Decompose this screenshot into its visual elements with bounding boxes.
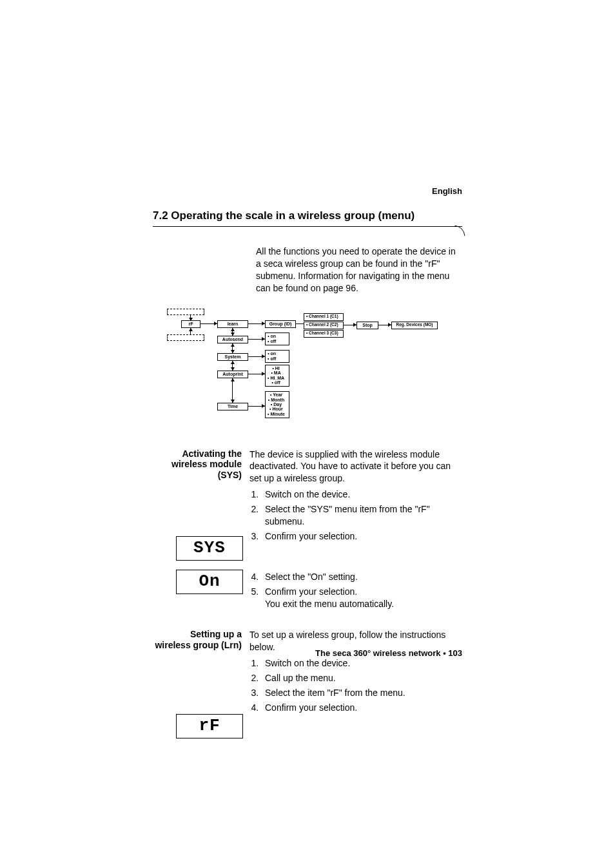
node-system: System [217, 353, 248, 361]
node-stop: Stop [356, 322, 378, 329]
menu-diagram: rF learn Autosend System Autoprint Time … [167, 310, 476, 423]
lrn-step-1: Switch on the device. [261, 657, 462, 670]
dashed-box-lower [167, 334, 204, 341]
display-rf: rF [176, 714, 243, 738]
node-time-opts: • Year • Month • Day • Hour • Minute [265, 391, 289, 418]
node-learn: learn [217, 320, 248, 328]
node-rf: rF [181, 320, 200, 328]
dashed-box-upper [167, 309, 204, 315]
title-underline [153, 226, 462, 238]
sys-step-5: Confirm your selection. You exit the men… [261, 586, 462, 610]
node-reg-devices: Reg. Devices (MO) [391, 322, 438, 329]
display-sys: SYS [176, 536, 243, 561]
lrn-step-2: Call up the menu. [261, 672, 462, 684]
node-channel1: • Channel 1 (C1) [304, 313, 344, 321]
node-autosend: Autosend [217, 336, 248, 343]
node-print-opts: • HI • MA • HI_MA • off [265, 365, 289, 387]
node-group: Group (ID) [265, 320, 296, 328]
node-onoff-system: • on • off [265, 350, 289, 363]
node-channel2: • Channel 2 (C2) [304, 322, 344, 329]
page-footer: The seca 360° wireless network • 103 [315, 648, 462, 658]
node-autoprint: Autoprint [217, 371, 248, 378]
section-title: 7.2 Operating the scale in a wireless gr… [153, 209, 462, 222]
sys-step-2: Select the "SYS" menu item from the "rF"… [261, 503, 462, 528]
language-label: English [432, 186, 462, 196]
sys-step-4: Select the "On" setting. [261, 571, 462, 583]
sys-intro: The device is supplied with the wireless… [249, 448, 462, 485]
intro-paragraph: All the functions you need to operate th… [256, 246, 462, 294]
node-time: Time [217, 403, 248, 410]
display-on: On [176, 570, 243, 594]
node-channel3: • Channel 3 (C3) [304, 330, 344, 338]
node-onoff-autosend: • on • off [265, 333, 289, 345]
sys-step-1: Switch on the device. [261, 488, 462, 501]
